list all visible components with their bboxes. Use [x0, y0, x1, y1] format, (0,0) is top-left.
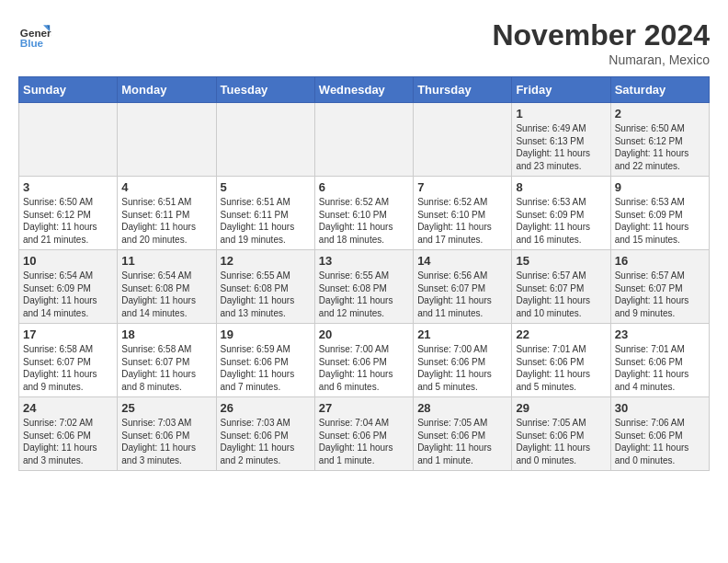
day-info: Sunrise: 7:06 AM Sunset: 6:06 PM Dayligh… [615, 417, 705, 466]
calendar-cell: 13Sunrise: 6:55 AM Sunset: 6:08 PM Dayli… [314, 250, 413, 324]
day-info: Sunrise: 7:01 AM Sunset: 6:06 PM Dayligh… [615, 343, 705, 393]
day-number: 20 [319, 327, 409, 341]
day-info: Sunrise: 6:57 AM Sunset: 6:07 PM Dayligh… [516, 270, 606, 319]
calendar-table: SundayMondayTuesdayWednesdayThursdayFrid… [18, 76, 710, 471]
day-number: 8 [516, 180, 606, 194]
day-info: Sunrise: 6:58 AM Sunset: 6:07 PM Dayligh… [121, 343, 211, 393]
day-number: 28 [417, 401, 507, 415]
day-number: 14 [417, 254, 507, 268]
day-number: 18 [121, 327, 211, 341]
page-header: General Blue November 2024 Numaran, Mexi… [18, 18, 710, 67]
calendar-cell: 21Sunrise: 7:00 AM Sunset: 6:06 PM Dayli… [414, 324, 512, 397]
calendar-header-wednesday: Wednesday [314, 77, 413, 103]
day-number: 30 [615, 401, 705, 415]
calendar-header-sunday: Sunday [19, 77, 118, 103]
day-info: Sunrise: 6:54 AM Sunset: 6:08 PM Dayligh… [121, 270, 211, 319]
day-number: 10 [23, 254, 113, 268]
day-number: 7 [417, 180, 507, 194]
calendar-cell: 19Sunrise: 6:59 AM Sunset: 6:06 PM Dayli… [216, 324, 314, 397]
calendar-cell: 17Sunrise: 6:58 AM Sunset: 6:07 PM Dayli… [19, 324, 118, 397]
svg-text:Blue: Blue [20, 37, 44, 49]
month-title: November 2024 [492, 18, 710, 52]
calendar-week-1: 1Sunrise: 6:49 AM Sunset: 6:13 PM Daylig… [19, 103, 710, 177]
calendar-cell: 11Sunrise: 6:54 AM Sunset: 6:08 PM Dayli… [118, 250, 216, 324]
day-info: Sunrise: 6:56 AM Sunset: 6:07 PM Dayligh… [417, 270, 507, 319]
day-info: Sunrise: 7:00 AM Sunset: 6:06 PM Dayligh… [417, 343, 507, 393]
day-number: 4 [121, 180, 211, 194]
day-info: Sunrise: 6:50 AM Sunset: 6:12 PM Dayligh… [23, 196, 113, 246]
calendar-header-thursday: Thursday [414, 77, 512, 103]
day-number: 22 [516, 327, 606, 341]
calendar-cell [314, 103, 413, 177]
calendar-cell: 8Sunrise: 6:53 AM Sunset: 6:09 PM Daylig… [512, 177, 610, 250]
day-number: 17 [23, 327, 113, 341]
day-info: Sunrise: 6:53 AM Sunset: 6:09 PM Dayligh… [615, 196, 705, 246]
calendar-cell: 7Sunrise: 6:52 AM Sunset: 6:10 PM Daylig… [414, 177, 512, 250]
day-number: 9 [615, 180, 705, 194]
calendar-cell: 20Sunrise: 7:00 AM Sunset: 6:06 PM Dayli… [314, 324, 413, 397]
location: Numaran, Mexico [492, 52, 710, 67]
calendar-cell: 24Sunrise: 7:02 AM Sunset: 6:06 PM Dayli… [19, 397, 118, 471]
day-info: Sunrise: 6:54 AM Sunset: 6:09 PM Dayligh… [23, 270, 113, 319]
calendar-cell [414, 103, 512, 177]
calendar-cell: 30Sunrise: 7:06 AM Sunset: 6:06 PM Dayli… [610, 397, 709, 471]
calendar-cell [19, 103, 118, 177]
calendar-week-2: 3Sunrise: 6:50 AM Sunset: 6:12 PM Daylig… [19, 177, 710, 250]
calendar-cell: 29Sunrise: 7:05 AM Sunset: 6:06 PM Dayli… [512, 397, 610, 471]
day-info: Sunrise: 6:49 AM Sunset: 6:13 PM Dayligh… [516, 122, 606, 172]
day-number: 2 [615, 107, 705, 121]
calendar-cell: 4Sunrise: 6:51 AM Sunset: 6:11 PM Daylig… [118, 177, 216, 250]
calendar-header-row: SundayMondayTuesdayWednesdayThursdayFrid… [19, 77, 710, 103]
day-info: Sunrise: 7:02 AM Sunset: 6:06 PM Dayligh… [23, 417, 113, 466]
day-info: Sunrise: 6:55 AM Sunset: 6:08 PM Dayligh… [319, 270, 409, 319]
day-info: Sunrise: 6:50 AM Sunset: 6:12 PM Dayligh… [615, 122, 705, 172]
calendar-week-4: 17Sunrise: 6:58 AM Sunset: 6:07 PM Dayli… [19, 324, 710, 397]
day-number: 29 [516, 401, 606, 415]
day-number: 6 [319, 180, 409, 194]
day-info: Sunrise: 7:05 AM Sunset: 6:06 PM Dayligh… [417, 417, 507, 466]
calendar-cell: 12Sunrise: 6:55 AM Sunset: 6:08 PM Dayli… [216, 250, 314, 324]
title-section: November 2024 Numaran, Mexico [492, 18, 710, 67]
day-number: 26 [221, 401, 311, 415]
day-info: Sunrise: 6:57 AM Sunset: 6:07 PM Dayligh… [615, 270, 705, 319]
calendar-cell: 5Sunrise: 6:51 AM Sunset: 6:11 PM Daylig… [216, 177, 314, 250]
calendar-week-5: 24Sunrise: 7:02 AM Sunset: 6:06 PM Dayli… [19, 397, 710, 471]
calendar-cell: 25Sunrise: 7:03 AM Sunset: 6:06 PM Dayli… [118, 397, 216, 471]
calendar-header-friday: Friday [512, 77, 610, 103]
day-info: Sunrise: 6:59 AM Sunset: 6:06 PM Dayligh… [221, 343, 311, 393]
logo-icon: General Blue [18, 18, 51, 52]
calendar-cell: 9Sunrise: 6:53 AM Sunset: 6:09 PM Daylig… [610, 177, 709, 250]
calendar-header-saturday: Saturday [610, 77, 709, 103]
calendar-header-tuesday: Tuesday [216, 77, 314, 103]
day-info: Sunrise: 6:53 AM Sunset: 6:09 PM Dayligh… [516, 196, 606, 246]
logo: General Blue [18, 18, 51, 52]
day-info: Sunrise: 6:55 AM Sunset: 6:08 PM Dayligh… [221, 270, 311, 319]
day-info: Sunrise: 7:00 AM Sunset: 6:06 PM Dayligh… [319, 343, 409, 393]
calendar-cell: 1Sunrise: 6:49 AM Sunset: 6:13 PM Daylig… [512, 103, 610, 177]
day-info: Sunrise: 6:52 AM Sunset: 6:10 PM Dayligh… [417, 196, 507, 246]
calendar-cell: 23Sunrise: 7:01 AM Sunset: 6:06 PM Dayli… [610, 324, 709, 397]
day-number: 19 [221, 327, 311, 341]
calendar-week-3: 10Sunrise: 6:54 AM Sunset: 6:09 PM Dayli… [19, 250, 710, 324]
calendar-cell: 14Sunrise: 6:56 AM Sunset: 6:07 PM Dayli… [414, 250, 512, 324]
day-number: 21 [417, 327, 507, 341]
calendar-cell: 28Sunrise: 7:05 AM Sunset: 6:06 PM Dayli… [414, 397, 512, 471]
calendar-cell: 2Sunrise: 6:50 AM Sunset: 6:12 PM Daylig… [610, 103, 709, 177]
calendar-cell: 10Sunrise: 6:54 AM Sunset: 6:09 PM Dayli… [19, 250, 118, 324]
day-number: 25 [121, 401, 211, 415]
day-number: 24 [23, 401, 113, 415]
day-info: Sunrise: 6:51 AM Sunset: 6:11 PM Dayligh… [121, 196, 211, 246]
day-info: Sunrise: 7:05 AM Sunset: 6:06 PM Dayligh… [516, 417, 606, 466]
calendar-cell: 6Sunrise: 6:52 AM Sunset: 6:10 PM Daylig… [314, 177, 413, 250]
calendar-cell: 3Sunrise: 6:50 AM Sunset: 6:12 PM Daylig… [19, 177, 118, 250]
day-number: 12 [221, 254, 311, 268]
day-info: Sunrise: 7:03 AM Sunset: 6:06 PM Dayligh… [121, 417, 211, 466]
day-number: 1 [516, 107, 606, 121]
day-info: Sunrise: 6:52 AM Sunset: 6:10 PM Dayligh… [319, 196, 409, 246]
day-number: 16 [615, 254, 705, 268]
day-number: 11 [121, 254, 211, 268]
calendar-cell: 22Sunrise: 7:01 AM Sunset: 6:06 PM Dayli… [512, 324, 610, 397]
day-info: Sunrise: 6:51 AM Sunset: 6:11 PM Dayligh… [221, 196, 311, 246]
calendar-cell [216, 103, 314, 177]
calendar-cell: 18Sunrise: 6:58 AM Sunset: 6:07 PM Dayli… [118, 324, 216, 397]
